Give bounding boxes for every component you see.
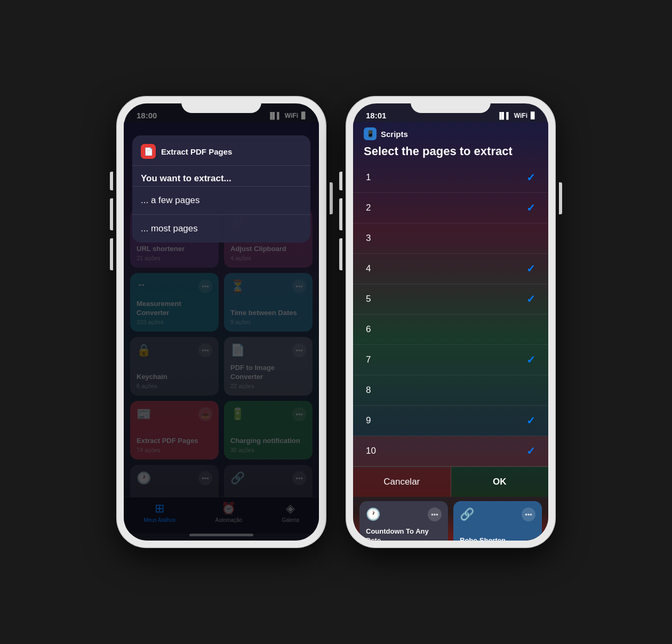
signal-icon-right: ▐▌▌ xyxy=(497,112,511,119)
dialog-app-icon: 📄 xyxy=(141,144,156,159)
page-number-3: 3 xyxy=(366,233,371,244)
shortcuts-background: 📄 Extract PDF Pages You want to extract.… xyxy=(124,122,319,497)
shortcut-countdown-right[interactable]: 🕐 ••• Countdown To Any Date xyxy=(359,501,448,541)
page-item-4[interactable]: 4 ✓ xyxy=(353,254,548,284)
page-item-7[interactable]: 7 ✓ xyxy=(353,345,548,375)
pages-list: 1 ✓ 2 ✓ 3 ✓ 4 ✓ 5 ✓ xyxy=(353,163,548,466)
page-item-6[interactable]: 6 ✓ xyxy=(353,315,548,345)
page-item-8[interactable]: 8 ✓ xyxy=(353,375,548,406)
notch xyxy=(181,97,261,113)
checkmark-4: ✓ xyxy=(526,262,535,275)
ok-button[interactable]: OK xyxy=(451,467,549,497)
status-icons-right: ▐▌▌ WiFi ▊ xyxy=(497,112,535,119)
page-number-9: 9 xyxy=(366,415,371,426)
checkmark-1: ✓ xyxy=(526,171,535,184)
right-phone: 18:01 ▐▌▌ WiFi ▊ 📱 Scripts Select the pa… xyxy=(347,97,555,547)
page-item-1[interactable]: 1 ✓ xyxy=(353,163,548,193)
robo-more-right[interactable]: ••• xyxy=(522,508,535,521)
scripts-icon-symbol: 📱 xyxy=(366,130,374,138)
pdf-icon: 📄 xyxy=(144,147,153,156)
scripts-background: 📱 Scripts Select the pages to extract 1 … xyxy=(353,122,548,541)
left-side-button-4 xyxy=(339,172,342,190)
right-side-button-2 xyxy=(559,182,562,214)
left-side-button-6 xyxy=(339,238,342,270)
checkmark-5: ✓ xyxy=(526,293,535,305)
left-side-button-3 xyxy=(110,238,113,270)
extract-dialog: 📄 Extract PDF Pages You want to extract.… xyxy=(132,135,310,243)
page-number-1: 1 xyxy=(366,172,371,183)
scripts-app-name: Scripts xyxy=(381,130,408,139)
wifi-icon-right: WiFi xyxy=(514,112,527,119)
page-item-2[interactable]: 2 ✓ xyxy=(353,193,548,223)
cancel-button[interactable]: Cancelar xyxy=(353,467,451,497)
robo-icon-right: 🔗 xyxy=(460,508,474,521)
dialog-header: 📄 Extract PDF Pages xyxy=(132,135,310,166)
card-top: 🕐 ••• xyxy=(366,508,442,521)
scripts-header: 📱 Scripts Select the pages to extract xyxy=(353,122,548,163)
scripts-app-row: 📱 Scripts xyxy=(364,127,538,140)
shortcut-robo-right[interactable]: 🔗 ••• Robo Shorten xyxy=(453,501,542,541)
checkmark-7: ✓ xyxy=(526,353,535,366)
card-top: 🔗 ••• xyxy=(460,508,535,521)
left-side-button-2 xyxy=(110,198,113,230)
dialog-title: You want to extract... xyxy=(132,166,310,186)
checkmark-10: ✓ xyxy=(526,445,535,457)
checkmark-2: ✓ xyxy=(526,202,535,214)
robo-name-right: Robo Shorten xyxy=(460,536,535,541)
left-phone: 18:00 ▐▌▌ WiFi ▊ 📄 Extract PDF Pages You… xyxy=(117,97,325,547)
scripts-title: Select the pages to extract xyxy=(364,144,538,158)
right-phone-screen: 18:01 ▐▌▌ WiFi ▊ 📱 Scripts Select the pa… xyxy=(353,103,548,541)
dialog-app-name: Extract PDF Pages xyxy=(161,147,232,156)
page-item-5[interactable]: 5 ✓ xyxy=(353,284,548,315)
countdown-more-right[interactable]: ••• xyxy=(428,508,442,521)
page-number-8: 8 xyxy=(366,385,371,396)
page-number-2: 2 xyxy=(366,203,371,213)
time-right: 18:01 xyxy=(366,111,386,120)
page-item-10[interactable]: 10 ✓ xyxy=(353,436,548,466)
countdown-icon-right: 🕐 xyxy=(366,508,380,521)
page-item-3[interactable]: 3 ✓ xyxy=(353,223,548,254)
countdown-name-right: Countdown To Any Date xyxy=(366,527,442,541)
page-number-6: 6 xyxy=(366,324,371,335)
notch-right xyxy=(411,97,491,113)
dialog-option-few[interactable]: ... a few pages xyxy=(132,186,310,214)
page-item-9[interactable]: 9 ✓ xyxy=(353,406,548,436)
page-number-10: 10 xyxy=(366,446,376,456)
checkmark-9: ✓ xyxy=(526,414,535,427)
bottom-buttons: Cancelar OK xyxy=(353,466,548,497)
page-number-7: 7 xyxy=(366,355,371,365)
scripts-app-icon: 📱 xyxy=(364,127,377,140)
page-number-5: 5 xyxy=(366,294,371,304)
left-phone-screen: 18:00 ▐▌▌ WiFi ▊ 📄 Extract PDF Pages You… xyxy=(124,103,319,541)
bottom-cards-right: 🕐 ••• Countdown To Any Date 🔗 ••• Robo S… xyxy=(353,497,548,541)
dialog-option-most[interactable]: ... most pages xyxy=(132,214,310,243)
battery-icon-right: ▊ xyxy=(531,112,535,119)
page-number-4: 4 xyxy=(366,263,371,274)
left-side-button-5 xyxy=(339,198,342,230)
right-side-button xyxy=(330,182,333,214)
left-side-button-1 xyxy=(110,172,113,190)
